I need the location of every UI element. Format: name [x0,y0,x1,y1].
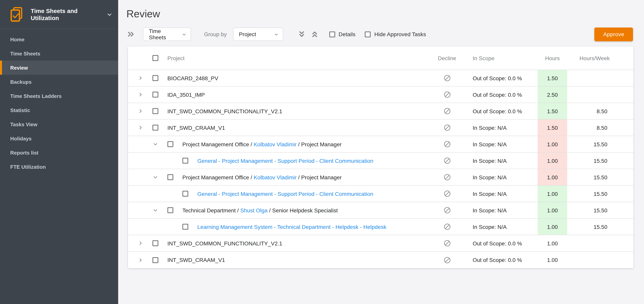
in-scope-value: Out of Scope: 0.0 % [465,103,538,119]
column-header-in-scope: In Scope [465,55,538,61]
project-link[interactable]: Kolbatov Vladimir [254,141,296,147]
table-row: INT_SWD_CRAAM_V1In Scope: N/A1.508.50 [128,120,633,136]
hide-approved-tasks-label: Hide Approved Tasks [374,31,426,37]
select-all-checkbox[interactable] [152,55,158,61]
project-link[interactable]: Shust Olga [240,207,268,213]
decline-icon[interactable] [443,141,451,148]
hide-approved-tasks-checkbox[interactable]: Hide Approved Tasks [365,31,426,37]
row-checkbox[interactable] [152,75,158,81]
collapse-row-icon[interactable] [152,141,168,147]
project-link[interactable]: General - Project Management - Support P… [197,157,373,164]
table-row: Learning Management System - Technical D… [128,219,633,235]
row-checkbox[interactable] [182,158,188,163]
row-project-text: BIOCARD_2488_PV [168,75,218,81]
row-checkbox[interactable] [168,141,173,147]
project-link[interactable]: Kolbatov Vladimir [254,174,296,180]
review-table: Project Decline In Scope Hours Hours/Wee… [128,46,633,268]
hours-value: 1.50 [538,103,567,119]
sidebar-item-statistic[interactable]: Statistic [0,103,118,117]
sidebar-item-fte-utilization[interactable]: FTE Utilization [0,160,118,174]
collapse-all-icon[interactable] [310,30,319,38]
row-checkbox[interactable] [152,92,158,98]
group-by-selector-value: Project [239,31,268,37]
hours-value: 1.00 [538,252,567,268]
collapse-row-icon[interactable] [152,174,168,180]
decline-icon[interactable] [443,173,451,181]
group-by-label: Group by [204,31,227,37]
row-project-text: Learning Management System - Technical D… [197,224,386,230]
decline-icon[interactable] [443,74,451,82]
decline-icon[interactable] [443,240,451,247]
app-root: Time Sheets and Utilization HomeTime She… [0,0,644,304]
hours-week-value [567,70,611,86]
row-project-text: Project Management Office / Kolbatov Vla… [182,174,342,180]
expand-row-icon[interactable] [138,125,152,131]
details-checkbox[interactable]: Details [329,31,356,37]
decline-icon[interactable] [443,91,451,98]
row-checkbox[interactable] [152,108,158,114]
hours-value: 1.00 [538,186,567,202]
row-project-text: General - Project Management - Support P… [197,157,373,164]
sidebar-item-time-sheets[interactable]: Time Sheets [0,46,118,61]
decline-icon[interactable] [443,206,451,214]
in-scope-value: Out of Scope: 0.0 % [465,87,538,103]
table-header: Project Decline In Scope Hours Hours/Wee… [128,46,633,70]
sidebar-item-review[interactable]: Review [0,61,118,75]
in-scope-value: In Scope: N/A [465,152,538,169]
decline-icon[interactable] [443,190,451,197]
sidebar-item-home[interactable]: Home [0,32,118,46]
decline-icon[interactable] [443,107,451,115]
table-row: IDA_3501_IMPOut of Scope: 0.0 %2.50 [128,87,633,103]
row-checkbox[interactable] [152,240,158,246]
sidebar-item-reports-list[interactable]: Reports list [0,146,118,160]
app-switcher-chevron-down-icon[interactable] [106,11,113,17]
table-row: Project Management Office / Kolbatov Vla… [128,169,633,186]
collapse-row-icon[interactable] [152,207,168,213]
sidebar-item-tasks-view[interactable]: Tasks View [0,117,118,131]
row-checkbox[interactable] [168,174,173,180]
row-checkbox[interactable] [152,257,158,263]
row-checkbox[interactable] [182,224,188,230]
expand-row-icon[interactable] [138,257,152,263]
column-header-decline: Decline [429,55,465,61]
table-row: Technical Department / Shust Olga / Seni… [128,202,633,219]
chevron-down-icon [182,32,187,37]
decline-icon[interactable] [443,223,451,230]
group-by-selector[interactable]: Project [233,27,283,41]
row-checkbox[interactable] [182,191,188,197]
in-scope-value: Out of Scope: 0.0 % [465,70,538,86]
table-row: INT_SWD_COMMON_FUNCTIONALITY_V2.1Out of … [128,235,633,252]
sidebar-item-backups[interactable]: Backups [0,75,118,89]
decline-icon[interactable] [443,157,451,164]
sidebar-header[interactable]: Time Sheets and Utilization [0,0,118,29]
row-checkbox[interactable] [152,125,158,131]
checkbox-icon [329,31,335,37]
hours-value: 1.00 [538,202,567,218]
hours-week-value [567,235,611,251]
approve-button[interactable]: Approve [594,27,633,41]
expand-row-icon[interactable] [138,92,152,98]
expand-row-icon[interactable] [138,75,152,81]
project-link[interactable]: Learning Management System - Technical D… [197,224,386,230]
hours-value: 1.00 [538,152,567,169]
hours-week-value: 8.50 [567,120,611,136]
column-header-hours-week: Hours/Week [567,55,611,61]
column-header-project: Project [168,55,184,61]
chevron-down-icon [274,32,279,37]
sidebar-item-holidays[interactable]: Holidays [0,131,118,146]
sidebar-item-time-sheets-ladders[interactable]: Time Sheets Ladders [0,89,118,103]
toolbar: Time Sheets Group by Project Deta [126,27,633,41]
view-selector[interactable]: Time Sheets [143,27,191,41]
row-project-text: General - Project Management - Support P… [197,190,373,197]
expand-row-icon[interactable] [138,108,152,114]
collapse-sidebar-icon[interactable] [126,30,135,38]
project-link[interactable]: General - Project Management - Support P… [197,190,373,197]
expand-all-icon[interactable] [297,30,306,38]
decline-icon[interactable] [443,256,451,264]
expand-row-icon[interactable] [138,240,152,246]
decline-icon[interactable] [443,124,451,131]
hours-week-value: 15.50 [567,152,611,169]
row-checkbox[interactable] [168,207,173,213]
sidebar-nav: HomeTime SheetsReviewBackupsTime Sheets … [0,29,118,174]
hours-week-value [567,87,611,103]
